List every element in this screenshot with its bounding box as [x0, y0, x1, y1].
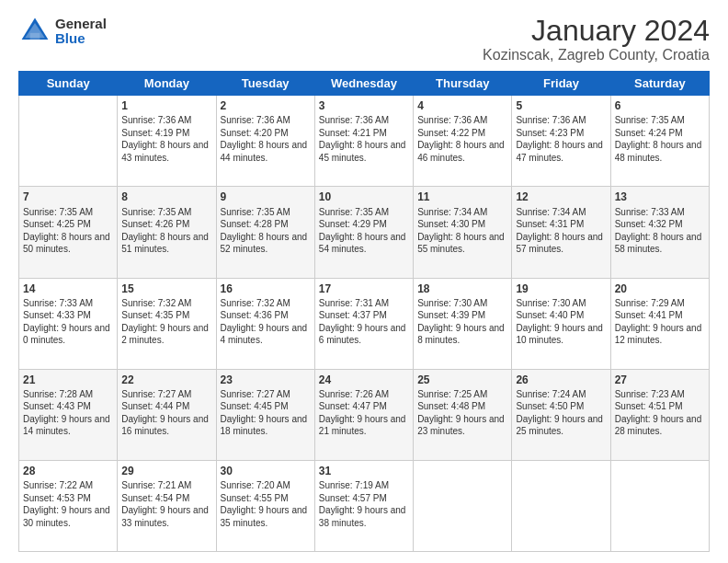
sunrise: Sunrise: 7:23 AM [615, 389, 685, 399]
col-wednesday: Wednesday [314, 72, 413, 96]
day-number: 18 [417, 282, 507, 296]
col-friday: Friday [512, 72, 610, 96]
daylight: Daylight: 9 hours and 30 minutes. [23, 505, 110, 528]
sunrise: Sunrise: 7:36 AM [121, 115, 191, 125]
sunrise: Sunrise: 7:32 AM [221, 298, 290, 308]
daylight: Daylight: 8 hours and 44 minutes. [221, 140, 308, 163]
sunrise: Sunrise: 7:29 AM [615, 298, 685, 308]
week-row-3: 14Sunrise: 7:33 AMSunset: 4:33 PMDayligh… [19, 278, 710, 369]
daylight: Daylight: 9 hours and 6 minutes. [319, 323, 406, 346]
calendar-cell: 16Sunrise: 7:32 AMSunset: 4:36 PMDayligh… [216, 278, 314, 369]
calendar-cell: 4Sunrise: 7:36 AMSunset: 4:22 PMDaylight… [414, 96, 512, 187]
sunset: Sunset: 4:31 PM [516, 219, 584, 229]
day-number: 4 [417, 98, 507, 113]
sunset: Sunset: 4:24 PM [615, 128, 683, 138]
calendar-subtitle: Kozinscak, Zagreb County, Croatia [483, 47, 710, 63]
daylight: Daylight: 9 hours and 8 minutes. [417, 323, 505, 346]
daylight: Daylight: 8 hours and 50 minutes. [23, 232, 110, 255]
daylight: Daylight: 9 hours and 33 minutes. [121, 505, 209, 528]
daylight: Daylight: 9 hours and 18 minutes. [221, 414, 308, 437]
page: General Blue January 2024 Kozinscak, Zag… [0, 0, 728, 563]
calendar-cell: 3Sunrise: 7:36 AMSunset: 4:21 PMDaylight… [314, 96, 413, 187]
sunrise: Sunrise: 7:36 AM [221, 115, 290, 125]
calendar-cell: 12Sunrise: 7:34 AMSunset: 4:31 PMDayligh… [512, 187, 610, 278]
sunset: Sunset: 4:30 PM [417, 219, 485, 229]
daylight: Daylight: 9 hours and 12 minutes. [615, 323, 702, 346]
calendar-cell: 1Sunrise: 7:36 AMSunset: 4:19 PMDaylight… [118, 96, 216, 187]
sunset: Sunset: 4:35 PM [121, 310, 189, 320]
sunrise: Sunrise: 7:35 AM [23, 207, 93, 217]
calendar-cell: 23Sunrise: 7:27 AMSunset: 4:45 PMDayligh… [216, 369, 314, 460]
day-number: 13 [615, 190, 705, 204]
calendar-cell: 21Sunrise: 7:28 AMSunset: 4:43 PMDayligh… [19, 369, 118, 460]
svg-rect-2 [30, 33, 40, 40]
sunset: Sunset: 4:21 PM [319, 128, 387, 138]
day-number: 27 [615, 373, 705, 387]
sunrise: Sunrise: 7:36 AM [417, 115, 487, 125]
day-number: 17 [319, 282, 409, 296]
sunset: Sunset: 4:54 PM [121, 493, 189, 503]
col-monday: Monday [118, 72, 216, 96]
daylight: Daylight: 8 hours and 45 minutes. [319, 140, 406, 163]
daylight: Daylight: 8 hours and 46 minutes. [417, 140, 505, 163]
day-number: 2 [221, 98, 311, 113]
sunrise: Sunrise: 7:35 AM [121, 207, 191, 217]
calendar-cell: 17Sunrise: 7:31 AMSunset: 4:37 PMDayligh… [314, 278, 413, 369]
daylight: Daylight: 9 hours and 28 minutes. [615, 414, 702, 437]
sunset: Sunset: 4:39 PM [417, 310, 485, 320]
calendar-cell [19, 96, 118, 187]
sunset: Sunset: 4:57 PM [319, 493, 387, 503]
day-number: 7 [23, 190, 113, 204]
sunset: Sunset: 4:32 PM [615, 219, 683, 229]
sunset: Sunset: 4:53 PM [23, 493, 91, 503]
week-row-4: 21Sunrise: 7:28 AMSunset: 4:43 PMDayligh… [19, 369, 710, 460]
sunset: Sunset: 4:29 PM [319, 219, 387, 229]
sunrise: Sunrise: 7:28 AM [23, 389, 93, 399]
sunrise: Sunrise: 7:35 AM [615, 115, 685, 125]
day-number: 8 [121, 190, 211, 204]
sunset: Sunset: 4:19 PM [121, 128, 189, 138]
sunrise: Sunrise: 7:31 AM [319, 298, 389, 308]
calendar-cell: 19Sunrise: 7:30 AMSunset: 4:40 PMDayligh… [512, 278, 610, 369]
day-number: 30 [221, 464, 311, 478]
calendar-cell: 2Sunrise: 7:36 AMSunset: 4:20 PMDaylight… [216, 96, 314, 187]
week-row-2: 7Sunrise: 7:35 AMSunset: 4:25 PMDaylight… [19, 187, 710, 278]
sunrise: Sunrise: 7:30 AM [516, 298, 586, 308]
week-row-5: 28Sunrise: 7:22 AMSunset: 4:53 PMDayligh… [19, 460, 710, 551]
sunrise: Sunrise: 7:24 AM [516, 389, 586, 399]
sunset: Sunset: 4:25 PM [23, 219, 91, 229]
sunrise: Sunrise: 7:27 AM [121, 389, 191, 399]
calendar-cell: 18Sunrise: 7:30 AMSunset: 4:39 PMDayligh… [414, 278, 512, 369]
col-sunday: Sunday [19, 72, 118, 96]
day-number: 10 [319, 190, 409, 204]
daylight: Daylight: 9 hours and 16 minutes. [121, 414, 209, 437]
calendar-cell: 27Sunrise: 7:23 AMSunset: 4:51 PMDayligh… [610, 369, 709, 460]
sunset: Sunset: 4:33 PM [23, 310, 91, 320]
sunset: Sunset: 4:50 PM [516, 401, 584, 411]
sunrise: Sunrise: 7:36 AM [516, 115, 586, 125]
day-number: 12 [516, 190, 606, 204]
daylight: Daylight: 8 hours and 55 minutes. [417, 232, 505, 255]
calendar-cell: 15Sunrise: 7:32 AMSunset: 4:35 PMDayligh… [118, 278, 216, 369]
sunset: Sunset: 4:45 PM [221, 401, 289, 411]
sunrise: Sunrise: 7:26 AM [319, 389, 389, 399]
calendar-cell: 25Sunrise: 7:25 AMSunset: 4:48 PMDayligh… [414, 369, 512, 460]
calendar-cell: 31Sunrise: 7:19 AMSunset: 4:57 PMDayligh… [314, 460, 413, 551]
header: General Blue January 2024 Kozinscak, Zag… [18, 15, 710, 63]
header-row: Sunday Monday Tuesday Wednesday Thursday… [19, 72, 710, 96]
daylight: Daylight: 9 hours and 4 minutes. [221, 323, 308, 346]
day-number: 15 [121, 282, 211, 296]
day-number: 14 [23, 282, 113, 296]
calendar-cell: 6Sunrise: 7:35 AMSunset: 4:24 PMDaylight… [610, 96, 709, 187]
col-saturday: Saturday [610, 72, 709, 96]
sunset: Sunset: 4:40 PM [516, 310, 584, 320]
sunset: Sunset: 4:37 PM [319, 310, 387, 320]
daylight: Daylight: 9 hours and 0 minutes. [23, 323, 110, 346]
calendar-cell: 22Sunrise: 7:27 AMSunset: 4:44 PMDayligh… [118, 369, 216, 460]
calendar-cell [414, 460, 512, 551]
day-number: 21 [23, 373, 113, 387]
daylight: Daylight: 8 hours and 52 minutes. [221, 232, 308, 255]
sunset: Sunset: 4:44 PM [121, 401, 189, 411]
sunset: Sunset: 4:28 PM [221, 219, 289, 229]
calendar-cell: 29Sunrise: 7:21 AMSunset: 4:54 PMDayligh… [118, 460, 216, 551]
